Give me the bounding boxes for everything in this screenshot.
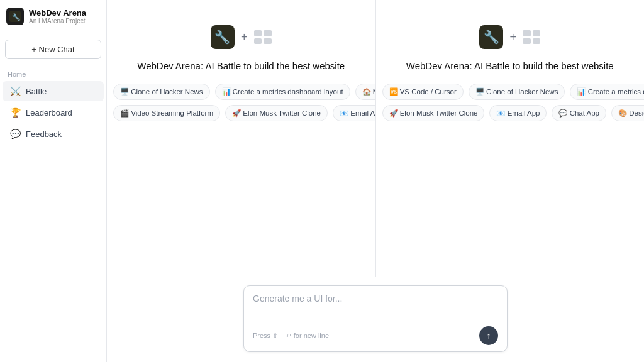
- panel-logo-left: 🔧: [211, 25, 235, 49]
- input-hint: Press ⇧ + ↵ for new line: [253, 332, 329, 340]
- chip-right-1-2[interactable]: 📊 Create a metrics dashboard layout: [570, 84, 644, 100]
- send-button[interactable]: ↑: [479, 326, 498, 345]
- sidebar: 🔧 WebDev Arena An LMArena Project + New …: [0, 0, 107, 362]
- sidebar-item-battle[interactable]: ⚔️ Battle: [3, 81, 104, 101]
- chip-right-2-1[interactable]: 📧 Email App: [489, 105, 547, 121]
- panel-title-right: WebDev Arena: AI Battle to build the bes…: [394, 60, 626, 71]
- battle-icon: ⚔️: [10, 86, 21, 96]
- arena-panel-right: 🔧 + WebDev Arena: AI Battle to build the…: [376, 0, 645, 277]
- sidebar-item-leaderboard[interactable]: 🏆 Leaderboard: [3, 102, 104, 123]
- sidebar-item-battle-label: Battle: [26, 87, 47, 96]
- sidebar-header: 🔧 WebDev Arena An LMArena Project: [0, 0, 106, 33]
- input-footer: Press ⇧ + ↵ for new line ↑: [253, 326, 498, 345]
- chip-right-2-3[interactable]: 🎨 Design a mod...: [611, 105, 644, 121]
- arena-panel-left: 🔧 + WebDev Arena: AI Battle to build the…: [107, 0, 376, 277]
- feedback-icon: 💬: [10, 129, 21, 139]
- sidebar-item-feedback[interactable]: 💬 Feedback: [3, 124, 104, 144]
- chips-row2-left: 🎬 Video Streaming Platform 🚀 Elon Musk T…: [107, 105, 375, 121]
- plus-sign-left: +: [241, 31, 248, 44]
- chip-left-2-1[interactable]: 🚀 Elon Musk Twitter Clone: [225, 105, 328, 121]
- chip-right-1-0[interactable]: 🆚 VS Code / Cursor: [382, 84, 464, 100]
- chip-left-2-0[interactable]: 🎬 Video Streaming Platform: [113, 105, 220, 121]
- chip-left-2-2[interactable]: 📧 Email App: [333, 105, 375, 121]
- plus-sign-right: +: [509, 31, 516, 44]
- chip-left-1-2[interactable]: 🏠 Make me an Airbnb clone: [355, 84, 375, 100]
- app-logo: 🔧: [6, 8, 24, 25]
- svg-text:🔧: 🔧: [12, 13, 21, 21]
- chip-right-2-0[interactable]: 🚀 Elon Musk Twitter Clone: [382, 105, 485, 121]
- leaderboard-icon: 🏆: [10, 107, 21, 118]
- chips-row1-left: 🖥️ Clone of Hacker News 📊 Create a metri…: [107, 84, 375, 100]
- new-chat-button[interactable]: + New Chat: [5, 40, 101, 59]
- grid-icon-left: [254, 30, 272, 44]
- arena-area: 🔧 + WebDev Arena: AI Battle to build the…: [107, 0, 644, 277]
- chip-right-1-1[interactable]: 🖥️ Clone of Hacker News: [469, 84, 565, 100]
- panel-logo-right: 🔧: [479, 25, 503, 49]
- main-content: 🔧 + WebDev Arena: AI Battle to build the…: [107, 0, 644, 362]
- grid-icon-right: [523, 30, 540, 44]
- panel-title-left: WebDev Arena: AI Battle to build the bes…: [125, 60, 357, 71]
- app-title-block: WebDev Arena An LMArena Project: [29, 8, 86, 25]
- app-subtitle: An LMArena Project: [29, 18, 86, 25]
- chips-row2-right: 🚀 Elon Musk Twitter Clone 📧 Email App 💬 …: [376, 105, 645, 121]
- input-container: Press ⇧ + ↵ for new line ↑: [243, 285, 508, 352]
- chip-right-2-2[interactable]: 💬 Chat App: [552, 105, 606, 121]
- sidebar-home-label: Home: [0, 65, 106, 80]
- panel-logo-row-left: 🔧 +: [211, 25, 272, 49]
- chips-row1-right: 🆚 VS Code / Cursor 🖥️ Clone of Hacker Ne…: [376, 84, 645, 100]
- panel-logo-row-right: 🔧 +: [479, 25, 540, 49]
- sidebar-item-leaderboard-label: Leaderboard: [26, 108, 72, 118]
- chip-left-1-0[interactable]: 🖥️ Clone of Hacker News: [113, 84, 210, 100]
- input-area: Press ⇧ + ↵ for new line ↑: [107, 277, 644, 362]
- sidebar-item-feedback-label: Feedback: [26, 129, 62, 139]
- send-icon: ↑: [487, 331, 491, 341]
- chip-left-1-1[interactable]: 📊 Create a metrics dashboard layout: [215, 84, 350, 100]
- app-title: WebDev Arena: [29, 8, 86, 18]
- prompt-input[interactable]: [253, 293, 498, 322]
